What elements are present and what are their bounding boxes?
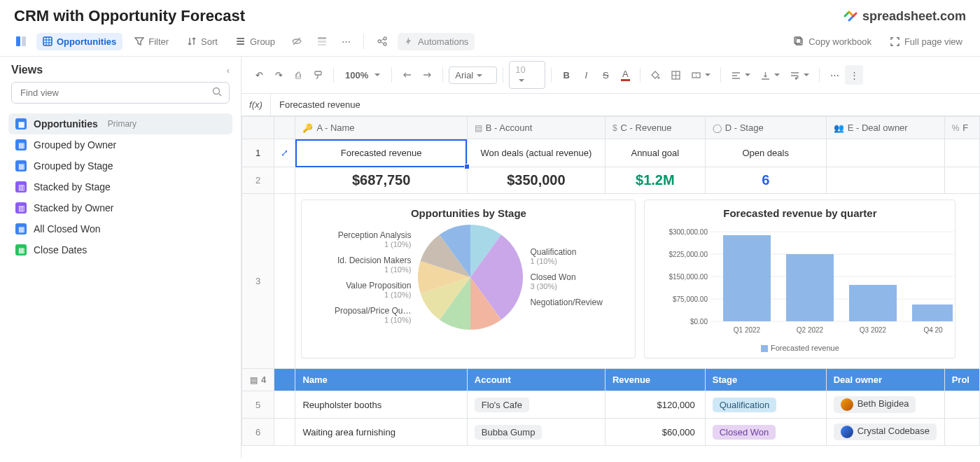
group-button[interactable]: Group <box>230 33 281 50</box>
cell-c2[interactable]: $1.2M <box>605 167 705 194</box>
svg-text:Q2 2022: Q2 2022 <box>797 326 824 334</box>
grid-view-icon: ▦ <box>15 139 27 150</box>
more-format-icon[interactable]: ⋯ <box>825 65 844 85</box>
view-item-closed-won[interactable]: ▦All Closed Won <box>8 218 232 239</box>
wrap-icon[interactable] <box>785 65 813 85</box>
table-row[interactable]: 5 Reupholster booths Flo's Cafe $120,000… <box>242 391 980 419</box>
redo-icon[interactable]: ↷ <box>270 65 288 85</box>
hdr-prob[interactable]: Prol <box>944 369 979 391</box>
expand-row-icon[interactable]: ⤢ <box>274 139 295 167</box>
hdr-name[interactable]: Name <box>295 369 467 391</box>
italic-icon[interactable]: I <box>577 65 595 85</box>
row-num[interactable]: 1 <box>242 139 274 167</box>
cell-d1[interactable]: Open deals <box>705 139 826 167</box>
cell-a1[interactable]: Forecasted revenue <box>295 139 467 167</box>
cell-account[interactable]: Flo's Cafe <box>467 391 605 419</box>
bar-legend: Forecasted revenue <box>653 344 946 352</box>
col-header-e[interactable]: 👥E - Deal owner <box>826 117 944 139</box>
share-icon[interactable] <box>372 32 392 50</box>
hide-fields-icon[interactable] <box>287 32 307 50</box>
row-num[interactable]: 5 <box>242 391 274 419</box>
pie-chart-card[interactable]: Opportunities by Stage Perception Analys… <box>301 200 636 358</box>
more-icon[interactable]: ⋯ <box>337 33 355 50</box>
workbook-title: CRM with Opportunity Forecast <box>14 7 245 25</box>
col-header-f[interactable]: %F <box>944 117 979 139</box>
outdent-icon[interactable] <box>398 65 416 85</box>
zoom-select[interactable]: 100% <box>340 67 386 83</box>
h-align-icon[interactable] <box>727 65 755 85</box>
bar-chart-card[interactable]: Forecasted revenue by quarter $300,000.0… <box>644 200 955 358</box>
col-header-b[interactable]: ▤B - Account <box>467 117 605 139</box>
automations-button[interactable]: Automations <box>398 33 475 50</box>
spreadsheet-grid[interactable]: 🔑A - Name ▤B - Account $C - Revenue ◯D -… <box>241 116 980 458</box>
sort-button[interactable]: Sort <box>181 33 224 50</box>
cell-d2[interactable]: 6 <box>705 167 826 194</box>
views-icon[interactable] <box>11 32 31 50</box>
font-select[interactable]: Arial <box>449 66 497 84</box>
brand[interactable]: spreadsheet.com <box>843 8 966 24</box>
views-sidebar: Views ‹ ▦OpportunitiesPrimary ▦Grouped b… <box>0 57 241 458</box>
search-icon <box>212 87 223 99</box>
view-item-close-dates[interactable]: ▦Close Dates <box>8 239 232 260</box>
formula-value[interactable]: Forecasted revenue <box>271 94 369 115</box>
overflow-icon[interactable]: ⋮ <box>845 65 863 85</box>
fill-color-icon[interactable] <box>646 65 665 85</box>
row-height-icon[interactable] <box>312 32 332 50</box>
cell-a2[interactable]: $687,750 <box>295 167 467 194</box>
hdr-account[interactable]: Account <box>467 369 605 391</box>
copy-workbook-button[interactable]: Copy workbook <box>788 33 878 50</box>
view-item-stacked-owner[interactable]: ▥Stacked by Owner <box>8 197 232 218</box>
cell-b2[interactable]: $350,000 <box>467 167 605 194</box>
view-item-grouped-owner[interactable]: ▦Grouped by Owner <box>8 134 232 155</box>
view-item-stacked-stage[interactable]: ▥Stacked by Stage <box>8 176 232 197</box>
hdr-stage[interactable]: Stage <box>705 369 826 391</box>
svg-rect-44 <box>723 235 771 321</box>
full-page-button[interactable]: Full page view <box>883 33 969 50</box>
view-list: ▦OpportunitiesPrimary ▦Grouped by Owner … <box>0 111 241 263</box>
col-header-c[interactable]: $C - Revenue <box>605 117 705 139</box>
cell-name[interactable]: Reupholster booths <box>295 391 467 419</box>
print-icon[interactable]: ⎙ <box>289 65 307 85</box>
font-size-select[interactable]: 10 <box>509 61 545 89</box>
col-header-d[interactable]: ◯D - Stage <box>705 117 826 139</box>
indent-icon[interactable] <box>418 65 437 85</box>
cell-revenue[interactable]: $60,000 <box>605 419 705 446</box>
v-align-icon[interactable] <box>756 65 784 85</box>
collapse-sidebar-icon[interactable]: ‹ <box>227 65 230 76</box>
row-num[interactable]: 6 <box>242 419 274 446</box>
cell-stage[interactable]: Closed Won <box>705 419 826 446</box>
col-header-a[interactable]: 🔑A - Name <box>295 117 467 139</box>
svg-point-9 <box>237 43 238 45</box>
cell-name[interactable]: Waiting area furnishing <box>295 419 467 446</box>
select-all-corner[interactable] <box>242 117 274 139</box>
row-num[interactable]: ▤4 <box>242 369 274 391</box>
cell-owner[interactable]: Beth Bigidea <box>826 391 944 419</box>
text-color-icon[interactable]: A <box>616 65 634 85</box>
svg-text:Q4 20: Q4 20 <box>924 326 944 334</box>
bold-icon[interactable]: B <box>557 65 575 85</box>
view-item-opportunities[interactable]: ▦OpportunitiesPrimary <box>8 113 232 134</box>
view-item-grouped-stage[interactable]: ▦Grouped by Stage <box>8 155 232 176</box>
sheet-tab-opportunities[interactable]: Opportunities <box>36 33 122 50</box>
cell-stage[interactable]: Qualification <box>705 391 826 419</box>
cell-owner[interactable]: Crystal Codebase <box>826 419 944 446</box>
strike-icon[interactable]: S <box>596 65 615 85</box>
paint-format-icon[interactable] <box>309 65 328 85</box>
cell-b1[interactable]: Won deals (actual revenue) <box>467 139 605 167</box>
undo-icon[interactable]: ↶ <box>250 65 268 85</box>
filter-button[interactable]: Filter <box>128 33 175 50</box>
cell-f1[interactable] <box>944 139 979 167</box>
cell-c1[interactable]: Annual goal <box>605 139 705 167</box>
cell-e1[interactable] <box>826 139 944 167</box>
cell-account[interactable]: Bubba Gump <box>467 419 605 446</box>
row-num[interactable]: 3 <box>242 194 274 369</box>
find-view-input[interactable] <box>11 82 230 104</box>
row-num[interactable]: 2 <box>242 167 274 194</box>
borders-icon[interactable] <box>666 65 685 85</box>
cell-revenue[interactable]: $120,000 <box>605 391 705 419</box>
table-row[interactable]: 6 Waiting area furnishing Bubba Gump $60… <box>242 419 980 446</box>
hdr-owner[interactable]: Deal owner <box>826 369 944 391</box>
hdr-revenue[interactable]: Revenue <box>605 369 705 391</box>
merge-cells-icon[interactable] <box>687 65 715 85</box>
fill-handle[interactable] <box>464 164 470 169</box>
